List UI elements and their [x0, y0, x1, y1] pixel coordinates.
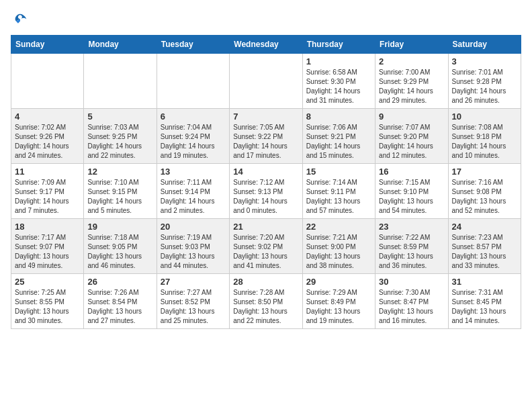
- day-info: Sunrise: 7:06 AMSunset: 9:21 PMDaylight:…: [306, 123, 371, 161]
- day-number: 12: [87, 167, 152, 177]
- weekday-header-friday: Friday: [375, 36, 448, 54]
- day-number: 24: [452, 222, 517, 232]
- calendar-cell: 19Sunrise: 7:18 AMSunset: 9:05 PMDayligh…: [84, 219, 157, 274]
- calendar-cell: 1Sunrise: 6:58 AMSunset: 9:30 PMDaylight…: [302, 54, 375, 109]
- calendar-cell: 27Sunrise: 7:27 AMSunset: 8:52 PMDayligh…: [157, 274, 229, 329]
- day-info: Sunrise: 7:00 AMSunset: 9:29 PMDaylight:…: [379, 68, 444, 105]
- day-info: Sunrise: 7:27 AMSunset: 8:52 PMDaylight:…: [161, 288, 226, 326]
- day-info: Sunrise: 7:29 AMSunset: 8:49 PMDaylight:…: [306, 288, 371, 326]
- calendar-cell: 31Sunrise: 7:31 AMSunset: 8:45 PMDayligh…: [448, 274, 521, 329]
- calendar-cell: 16Sunrise: 7:15 AMSunset: 9:10 PMDayligh…: [375, 164, 448, 219]
- weekday-header-saturday: Saturday: [448, 36, 521, 54]
- calendar-cell: 10Sunrise: 7:08 AMSunset: 9:18 PMDayligh…: [448, 109, 521, 164]
- calendar-cell: 17Sunrise: 7:16 AMSunset: 9:08 PMDayligh…: [448, 164, 521, 219]
- calendar-cell: 20Sunrise: 7:19 AMSunset: 9:03 PMDayligh…: [157, 219, 229, 274]
- logo: [11, 11, 32, 30]
- day-number: 5: [87, 111, 152, 122]
- header: [11, 11, 521, 30]
- day-number: 29: [306, 277, 371, 287]
- week-row-3: 18Sunrise: 7:17 AMSunset: 9:07 PMDayligh…: [11, 219, 521, 274]
- day-number: 23: [379, 222, 444, 232]
- day-info: Sunrise: 6:58 AMSunset: 9:30 PMDaylight:…: [306, 68, 371, 105]
- calendar-cell: [11, 54, 84, 109]
- calendar-cell: 23Sunrise: 7:22 AMSunset: 8:59 PMDayligh…: [375, 219, 448, 274]
- day-info: Sunrise: 7:30 AMSunset: 8:47 PMDaylight:…: [379, 288, 444, 326]
- calendar-cell: 14Sunrise: 7:12 AMSunset: 9:13 PMDayligh…: [230, 164, 302, 219]
- day-number: 17: [452, 167, 517, 177]
- day-info: Sunrise: 7:01 AMSunset: 9:28 PMDaylight:…: [452, 68, 517, 105]
- day-info: Sunrise: 7:10 AMSunset: 9:15 PMDaylight:…: [87, 178, 152, 216]
- day-info: Sunrise: 7:21 AMSunset: 9:00 PMDaylight:…: [306, 233, 371, 271]
- day-number: 28: [233, 277, 298, 287]
- day-info: Sunrise: 7:11 AMSunset: 9:14 PMDaylight:…: [161, 178, 226, 216]
- calendar-cell: [84, 54, 157, 109]
- day-number: 10: [452, 111, 517, 122]
- day-number: 9: [379, 111, 444, 122]
- calendar-cell: [230, 54, 302, 109]
- calendar-cell: 24Sunrise: 7:23 AMSunset: 8:57 PMDayligh…: [448, 219, 521, 274]
- weekday-header-thursday: Thursday: [302, 36, 375, 54]
- calendar-cell: 6Sunrise: 7:04 AMSunset: 9:24 PMDaylight…: [157, 109, 229, 164]
- day-info: Sunrise: 7:17 AMSunset: 9:07 PMDaylight:…: [15, 233, 80, 271]
- day-number: 8: [306, 111, 371, 122]
- calendar-cell: 5Sunrise: 7:03 AMSunset: 9:25 PMDaylight…: [84, 109, 157, 164]
- day-number: 18: [15, 222, 80, 232]
- calendar-cell: 21Sunrise: 7:20 AMSunset: 9:02 PMDayligh…: [230, 219, 302, 274]
- day-info: Sunrise: 7:07 AMSunset: 9:20 PMDaylight:…: [379, 123, 444, 161]
- calendar-cell: 2Sunrise: 7:00 AMSunset: 9:29 PMDaylight…: [375, 54, 448, 109]
- calendar-cell: 29Sunrise: 7:29 AMSunset: 8:49 PMDayligh…: [302, 274, 375, 329]
- day-number: 4: [15, 111, 80, 122]
- day-info: Sunrise: 7:18 AMSunset: 9:05 PMDaylight:…: [87, 233, 152, 271]
- day-info: Sunrise: 7:15 AMSunset: 9:10 PMDaylight:…: [379, 178, 444, 216]
- week-row-2: 11Sunrise: 7:09 AMSunset: 9:17 PMDayligh…: [11, 164, 521, 219]
- calendar-cell: [157, 54, 229, 109]
- calendar-cell: 9Sunrise: 7:07 AMSunset: 9:20 PMDaylight…: [375, 109, 448, 164]
- day-info: Sunrise: 7:04 AMSunset: 9:24 PMDaylight:…: [161, 123, 226, 161]
- calendar-cell: 13Sunrise: 7:11 AMSunset: 9:14 PMDayligh…: [157, 164, 229, 219]
- day-info: Sunrise: 7:14 AMSunset: 9:11 PMDaylight:…: [306, 178, 371, 216]
- day-number: 11: [15, 167, 80, 177]
- day-number: 16: [379, 167, 444, 177]
- day-number: 19: [87, 222, 152, 232]
- weekday-header-tuesday: Tuesday: [157, 36, 229, 54]
- day-info: Sunrise: 7:22 AMSunset: 8:59 PMDaylight:…: [379, 233, 444, 271]
- day-info: Sunrise: 7:31 AMSunset: 8:45 PMDaylight:…: [452, 288, 517, 326]
- day-number: 22: [306, 222, 371, 232]
- day-number: 13: [161, 167, 226, 177]
- day-info: Sunrise: 7:05 AMSunset: 9:22 PMDaylight:…: [233, 123, 298, 161]
- day-number: 7: [233, 111, 298, 122]
- calendar-cell: 22Sunrise: 7:21 AMSunset: 9:00 PMDayligh…: [302, 219, 375, 274]
- weekday-header-row: SundayMondayTuesdayWednesdayThursdayFrid…: [11, 36, 521, 54]
- calendar-cell: 4Sunrise: 7:02 AMSunset: 9:26 PMDaylight…: [11, 109, 84, 164]
- day-info: Sunrise: 7:08 AMSunset: 9:18 PMDaylight:…: [452, 123, 517, 161]
- weekday-header-monday: Monday: [84, 36, 157, 54]
- calendar-cell: 11Sunrise: 7:09 AMSunset: 9:17 PMDayligh…: [11, 164, 84, 219]
- day-number: 15: [306, 167, 371, 177]
- day-number: 27: [161, 277, 226, 287]
- day-number: 6: [161, 111, 226, 122]
- day-info: Sunrise: 7:26 AMSunset: 8:54 PMDaylight:…: [87, 288, 152, 326]
- day-number: 1: [306, 56, 371, 66]
- calendar-cell: 30Sunrise: 7:30 AMSunset: 8:47 PMDayligh…: [375, 274, 448, 329]
- day-info: Sunrise: 7:03 AMSunset: 9:25 PMDaylight:…: [87, 123, 152, 161]
- day-number: 30: [379, 277, 444, 287]
- calendar-cell: 12Sunrise: 7:10 AMSunset: 9:15 PMDayligh…: [84, 164, 157, 219]
- day-info: Sunrise: 7:19 AMSunset: 9:03 PMDaylight:…: [161, 233, 226, 271]
- weekday-header-sunday: Sunday: [11, 36, 84, 54]
- day-info: Sunrise: 7:23 AMSunset: 8:57 PMDaylight:…: [452, 233, 517, 271]
- calendar-cell: 18Sunrise: 7:17 AMSunset: 9:07 PMDayligh…: [11, 219, 84, 274]
- day-number: 31: [452, 277, 517, 287]
- day-number: 26: [87, 277, 152, 287]
- day-info: Sunrise: 7:02 AMSunset: 9:26 PMDaylight:…: [15, 123, 80, 161]
- day-info: Sunrise: 7:25 AMSunset: 8:55 PMDaylight:…: [15, 288, 80, 326]
- day-number: 21: [233, 222, 298, 232]
- week-row-4: 25Sunrise: 7:25 AMSunset: 8:55 PMDayligh…: [11, 274, 521, 329]
- calendar-cell: 3Sunrise: 7:01 AMSunset: 9:28 PMDaylight…: [448, 54, 521, 109]
- day-number: 3: [452, 56, 517, 66]
- week-row-0: 1Sunrise: 6:58 AMSunset: 9:30 PMDaylight…: [11, 54, 521, 109]
- day-info: Sunrise: 7:20 AMSunset: 9:02 PMDaylight:…: [233, 233, 298, 271]
- day-info: Sunrise: 7:16 AMSunset: 9:08 PMDaylight:…: [452, 178, 517, 216]
- calendar-cell: 28Sunrise: 7:28 AMSunset: 8:50 PMDayligh…: [230, 274, 302, 329]
- day-number: 20: [161, 222, 226, 232]
- day-number: 25: [15, 277, 80, 287]
